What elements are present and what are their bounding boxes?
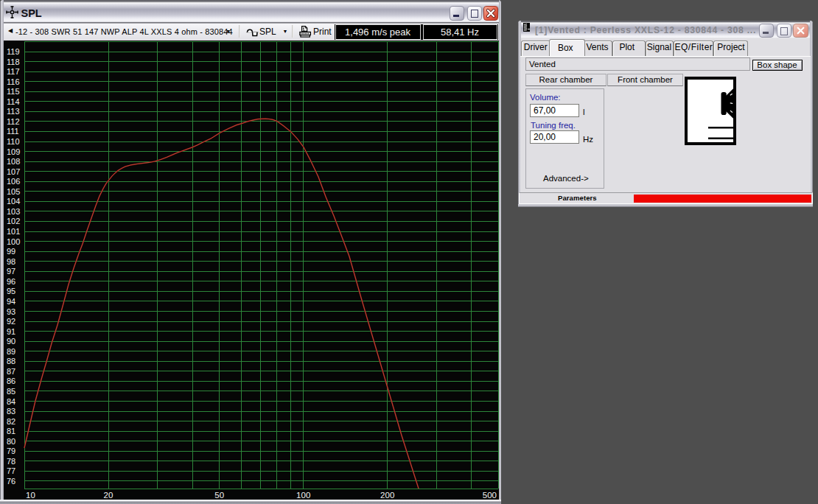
svg-text:78: 78 (7, 457, 15, 466)
svg-text:81: 81 (7, 427, 15, 435)
svg-text:10: 10 (26, 491, 35, 500)
svg-text:79: 79 (7, 447, 15, 455)
svg-text:99: 99 (7, 247, 15, 256)
svg-text:105: 105 (7, 187, 20, 196)
svg-text:92: 92 (7, 317, 15, 326)
svg-text:97: 97 (7, 267, 15, 276)
svg-text:90: 90 (7, 337, 15, 346)
svg-text:83: 83 (7, 407, 15, 416)
svg-text:119: 119 (7, 47, 20, 56)
svg-text:89: 89 (7, 347, 15, 356)
svg-text:87: 87 (7, 367, 15, 376)
svg-text:50: 50 (214, 491, 224, 500)
svg-text:86: 86 (7, 377, 15, 385)
svg-text:101: 101 (7, 227, 20, 236)
svg-text:100: 100 (296, 491, 310, 500)
svg-text:82: 82 (7, 417, 15, 426)
svg-text:84: 84 (7, 397, 15, 406)
svg-text:117: 117 (7, 67, 20, 76)
svg-text:77: 77 (7, 466, 15, 475)
svg-text:104: 104 (7, 197, 20, 206)
svg-text:109: 109 (7, 147, 20, 156)
svg-text:100: 100 (7, 237, 20, 246)
svg-text:85: 85 (7, 387, 15, 396)
svg-text:500: 500 (483, 491, 497, 500)
svg-text:115: 115 (7, 87, 20, 96)
svg-text:114: 114 (7, 97, 20, 106)
svg-text:112: 112 (7, 117, 20, 126)
svg-text:94: 94 (7, 297, 15, 306)
svg-text:108: 108 (7, 157, 20, 166)
svg-text:110: 110 (7, 137, 20, 146)
svg-text:91: 91 (7, 327, 15, 336)
svg-text:76: 76 (7, 477, 15, 486)
svg-text:88: 88 (7, 357, 15, 365)
svg-text:113: 113 (7, 107, 20, 116)
svg-text:96: 96 (7, 277, 15, 286)
svg-text:98: 98 (7, 257, 15, 266)
svg-text:103: 103 (7, 207, 20, 216)
svg-text:95: 95 (7, 287, 15, 295)
svg-text:106: 106 (7, 177, 20, 186)
svg-text:200: 200 (380, 491, 394, 500)
svg-text:111: 111 (7, 127, 19, 136)
svg-text:107: 107 (7, 167, 20, 176)
svg-text:80: 80 (7, 437, 15, 446)
svg-text:102: 102 (7, 217, 20, 225)
svg-text:116: 116 (7, 77, 20, 86)
svg-text:20: 20 (104, 491, 113, 500)
svg-text:118: 118 (7, 57, 20, 66)
svg-text:93: 93 (7, 307, 15, 316)
